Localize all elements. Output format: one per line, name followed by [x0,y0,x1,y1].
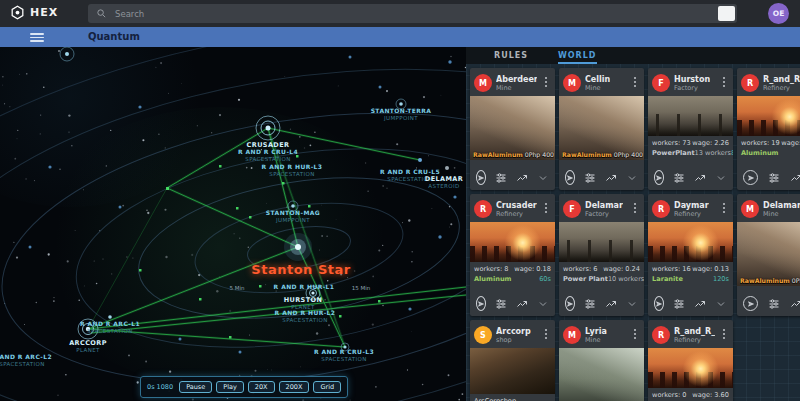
trending-up-icon[interactable] [516,171,528,184]
cycle-time: 120s [713,275,729,283]
chevron-down-icon[interactable] [537,171,549,184]
tune-icon[interactable] [495,297,507,310]
navigation-icon[interactable] [476,296,486,311]
search-accessory-button[interactable] [718,6,735,21]
time-button-grid[interactable]: Grid [313,381,341,393]
map-label-line: R AND R HUR-L2 [275,310,336,317]
tab-rules[interactable]: RULES [494,47,528,64]
trending-up-icon[interactable] [789,171,800,184]
tab-world[interactable]: WORLD [558,47,597,64]
card-menu-button[interactable] [719,328,729,342]
tune-icon[interactable] [767,171,780,184]
card-menu-button[interactable] [630,328,640,342]
map-label-line: R AND R HUR-L3 [262,164,323,171]
card-subtitle: Mine [763,210,800,218]
card-overlay-text: RawAluminum 0Php 400|Wor: 27 [562,151,643,158]
world-card-grid: MAberdeenMineRawAluminum 0Php 400|Wor: 9… [466,64,800,401]
card-image: RawAluminum 0Php 400|Wor: 9 [470,96,555,160]
overlay-detail: 0Php 400|Wor: 27 [612,151,643,158]
tune-icon[interactable] [767,297,780,310]
trending-up-icon[interactable] [605,297,617,310]
card-menu-button[interactable] [541,202,551,216]
time-button-pause[interactable]: Pause [179,381,212,393]
card-stats-row: workers: 16wage: 0.13 [648,262,733,273]
card-overlay-text: RawAluminum 0Php 400|Wor: 2 [740,277,800,284]
tune-icon[interactable] [673,171,685,184]
navigation-icon[interactable] [654,296,664,311]
card-actions [648,293,733,316]
resource-name: Power Plant [563,275,608,283]
card-menu-button[interactable] [719,76,729,90]
chevron-down-icon[interactable] [537,297,549,310]
map-label-line: STANTON-MAG [266,210,320,217]
time-button-play[interactable]: Play [216,381,244,393]
navigation-icon[interactable] [654,170,664,185]
navigation-icon[interactable] [743,296,758,311]
card-subtitle: Refinery [674,210,709,218]
map-label-line: SPACESTATION [275,317,336,323]
navigation-icon[interactable] [565,170,575,185]
navigation-icon[interactable] [565,296,575,311]
tune-icon[interactable] [584,171,596,184]
card-avatar: F [652,74,670,92]
map-label-line: SPACESTATION [80,328,140,334]
map-label: R AND R HUR-L1 [274,284,335,291]
travel-time-label: 15 Min [352,285,371,291]
search-bar[interactable] [88,4,737,23]
map-label: STANTON-MAGJUMPPOINT [266,210,320,223]
card-menu-button[interactable] [541,76,551,90]
card-header: SArccorpshop [470,320,555,348]
card-title: Delamar [763,201,800,210]
world-card: MAberdeenMineRawAluminum 0Php 400|Wor: 9 [470,68,555,190]
navigation-icon[interactable] [476,170,486,185]
workers-stat: workers: 6 [563,265,597,273]
chevron-down-icon[interactable] [626,171,638,184]
navigation-icon[interactable] [743,170,758,185]
card-subtitle: Mine [496,84,537,92]
map-label-line: SPACESTATION [238,156,298,162]
trending-up-icon[interactable] [605,171,617,184]
trending-up-icon[interactable] [516,297,528,310]
trending-up-icon[interactable] [694,171,706,184]
user-avatar[interactable]: OE [768,3,789,24]
card-actions [737,167,800,190]
chevron-down-icon[interactable] [715,171,727,184]
trending-up-icon[interactable] [789,297,800,310]
resource-name: Aluminum [474,275,511,283]
map-label-line: R AND R CRU-L4 [238,149,298,156]
star-map[interactable]: STANTON-TERRAJUMPPOINTCRUSADERR AND R CR… [0,47,466,401]
card-menu-button[interactable] [541,328,551,342]
card-menu-button[interactable] [719,202,729,216]
card-image [648,348,733,388]
card-menu-button[interactable] [630,76,640,90]
menu-icon[interactable] [30,33,44,42]
chevron-down-icon[interactable] [715,297,727,310]
card-title: Crusader [496,201,537,210]
world-card: MLyriaMineRawAluminum 0Php 400|Wor: 63 [559,320,644,401]
time-button-200x[interactable]: 200X [279,381,310,393]
map-label-line: JUMPPOINT [371,115,432,121]
card-title: Cellin [585,75,610,84]
overlay-detail: 0Php 400|Wor: 2 [790,277,800,284]
trending-up-icon[interactable] [694,297,706,310]
card-avatar: M [741,200,759,218]
map-label: R AND R CRU-L3SPACESTATION [314,349,374,362]
time-button-20x[interactable]: 20X [248,381,275,393]
overlay-detail: 0Php 400|Wor: 9 [523,151,554,158]
wage-stat: wage: 3.60 [692,391,729,399]
map-label-line: R AND R ARC-L1 [80,321,140,328]
nav-bar: Quantum [0,27,800,47]
map-label-line: SPACESTATION [0,361,52,367]
map-label-line: JUMPPOINT [266,217,320,223]
card-menu-button[interactable] [630,202,640,216]
card-image: RawAluminum 0Php 400|Wor: 27 [559,96,644,160]
search-input[interactable] [113,8,677,20]
chevron-down-icon[interactable] [626,297,638,310]
tune-icon[interactable] [584,297,596,310]
tune-icon[interactable] [495,171,507,184]
panel-tabs: RULES WORLD [466,47,800,64]
card-subtitle: Refinery [496,210,537,218]
tune-icon[interactable] [673,297,685,310]
card-resource-row: Aluminum60s [470,273,555,284]
card-header: RCrusaderRefinery [470,194,555,222]
